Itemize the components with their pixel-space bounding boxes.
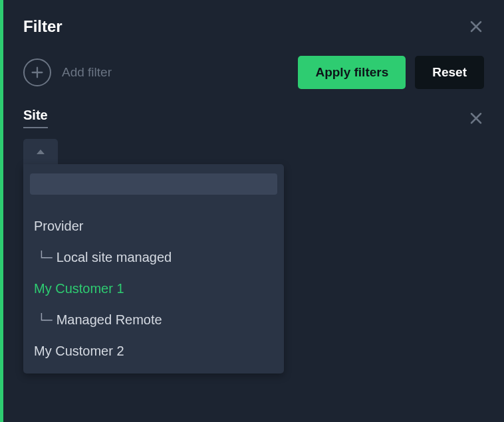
filter-label-row: Site: [23, 108, 484, 128]
tree-item[interactable]: └─Local site managed: [30, 242, 277, 273]
apply-filters-button[interactable]: Apply filters: [298, 56, 406, 89]
tree-item[interactable]: └─Managed Remote: [30, 304, 277, 336]
reset-button[interactable]: Reset: [415, 56, 484, 89]
tree-list: Provider└─Local site managedMy Customer …: [30, 211, 277, 367]
page-title: Filter: [23, 17, 63, 36]
tree-item[interactable]: My Customer 1: [30, 273, 277, 304]
add-filter-label: Add filter: [62, 65, 112, 80]
tree-item-label: My Customer 2: [34, 344, 124, 359]
tree-item-label: Local site managed: [57, 250, 172, 265]
tree-item-label: My Customer 1: [34, 281, 124, 296]
tree-item-label: Provider: [34, 219, 83, 234]
plus-icon: [23, 58, 51, 86]
tree-item[interactable]: My Customer 2: [30, 336, 277, 367]
site-dropdown: Provider└─Local site managedMy Customer …: [23, 139, 484, 373]
tree-branch-icon: └─: [38, 251, 53, 264]
actions-row: Add filter Apply filters Reset: [3, 48, 504, 108]
chevron-up-icon: [37, 150, 45, 154]
close-icon[interactable]: [468, 19, 484, 35]
tree-branch-icon: └─: [38, 313, 53, 327]
dropdown-search-input[interactable]: [30, 173, 277, 195]
filter-section: Site Provider└─Local site managedMy Cust…: [3, 108, 504, 373]
filter-label: Site: [23, 108, 48, 128]
dropdown-trigger[interactable]: [23, 139, 58, 164]
tree-item-label: Managed Remote: [57, 312, 162, 328]
remove-filter-icon[interactable]: [468, 110, 484, 126]
filter-header: Filter: [3, 0, 504, 48]
add-filter-button[interactable]: Add filter: [23, 58, 289, 86]
tree-item[interactable]: Provider: [30, 211, 277, 242]
dropdown-panel: Provider└─Local site managedMy Customer …: [23, 164, 284, 373]
